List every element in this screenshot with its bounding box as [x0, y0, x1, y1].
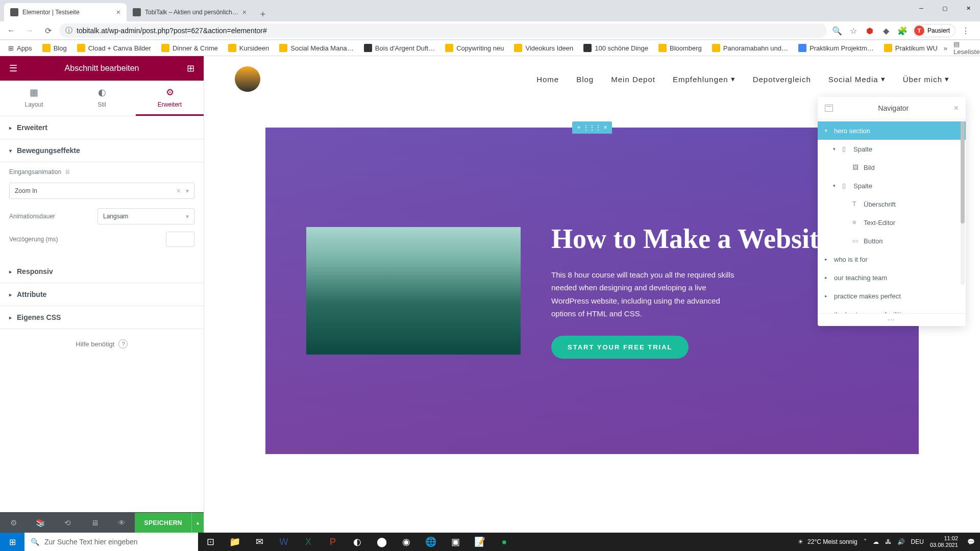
tree-item-section[interactable]: ▸the best campus facilities — [818, 305, 966, 313]
tree-item-section[interactable]: ▸practice makes perfect — [818, 287, 966, 305]
chrome-icon[interactable]: ◉ — [394, 533, 419, 551]
mail-icon[interactable]: ✉ — [247, 533, 272, 551]
accordion-custom-css[interactable]: ▸Eigenes CSS — [0, 306, 204, 329]
tree-item-button[interactable]: ▭Button — [818, 232, 966, 250]
save-button[interactable]: SPEICHERN — [135, 513, 191, 533]
volume-icon[interactable]: 🔊 — [897, 538, 905, 545]
taskbar-search[interactable]: 🔍 Zur Suche Text hier eingeben — [24, 533, 198, 551]
bookmark-item[interactable]: Dinner & Crime — [157, 42, 222, 54]
bookmark-item[interactable]: Cload + Canva Bilder — [73, 42, 155, 54]
bookmark-item[interactable]: Bois d'Argent Duft… — [360, 42, 439, 54]
accordion-responsive[interactable]: ▸Responsiv — [0, 260, 204, 283]
help-link[interactable]: Hilfe benötigt ? — [0, 329, 204, 359]
nav-social[interactable]: Social Media▾ — [828, 74, 886, 84]
duration-select[interactable]: Langsam ▼ — [97, 208, 194, 224]
hamburger-icon[interactable]: ☰ — [7, 62, 19, 74]
back-button[interactable]: ← — [4, 23, 18, 38]
notifications-icon[interactable]: 💬 — [967, 538, 975, 545]
nav-blog[interactable]: Blog — [576, 74, 594, 84]
tab-advanced[interactable]: ⚙Erweitert — [136, 81, 204, 116]
apps-button[interactable]: ⊞Apps — [4, 42, 36, 54]
hero-image[interactable] — [306, 227, 521, 355]
app-icon[interactable]: ◐ — [345, 533, 370, 551]
bookmark-star-icon[interactable]: ☆ — [847, 24, 860, 37]
save-options-button[interactable]: ▲ — [191, 513, 204, 533]
site-logo[interactable] — [235, 66, 260, 92]
browser-tab-inactive[interactable]: TobiTalk – Aktien und persönlich… × — [127, 3, 253, 21]
browser-tab-active[interactable]: Elementor | Testseite × — [4, 3, 127, 21]
delay-input[interactable] — [166, 232, 194, 247]
new-tab-button[interactable]: + — [256, 7, 270, 21]
cta-button[interactable]: START YOUR FREE TRIAL — [551, 336, 689, 359]
bookmark-item[interactable]: Social Media Mana… — [275, 42, 358, 54]
tab-layout[interactable]: ▦Layout — [0, 81, 68, 116]
responsive-button[interactable]: 🖥 — [81, 518, 108, 527]
tree-item-column[interactable]: ▾▯Spalte — [818, 177, 966, 195]
bookmark-item[interactable]: Kursideen — [224, 42, 274, 54]
spotify-icon[interactable]: ● — [492, 533, 517, 551]
hero-body[interactable]: This 8 hour course will teach you all th… — [551, 268, 735, 320]
nav-depotvergleich[interactable]: Depotvergleich — [753, 74, 811, 84]
bookmark-item[interactable]: Bloomberg — [654, 42, 706, 54]
scrollbar[interactable] — [961, 121, 965, 285]
edit-section-icon[interactable]: ⋮⋮⋮ — [585, 124, 599, 131]
navigator-button[interactable]: 📚 — [27, 518, 54, 528]
start-button[interactable]: ⊞ — [0, 533, 24, 551]
close-icon[interactable]: × — [116, 8, 120, 16]
nav-about[interactable]: Über mich▾ — [903, 74, 949, 84]
extension-icon[interactable]: ◆ — [880, 24, 892, 37]
tree-item-text[interactable]: ≡Text-Editor — [818, 213, 966, 232]
settings-button[interactable]: ⚙ — [0, 518, 27, 528]
navigator-header[interactable]: Navigator × — [818, 97, 966, 119]
accordion-motion[interactable]: ▾Bewegungseffekte — [0, 139, 204, 162]
onedrive-icon[interactable]: ☁ — [873, 538, 879, 545]
obs-icon[interactable]: ⬤ — [370, 533, 394, 551]
tree-item-heading[interactable]: TÜberschrift — [818, 195, 966, 213]
minimize-icon[interactable]: ─ — [910, 0, 933, 16]
bookmark-item[interactable]: Copywriting neu — [441, 42, 508, 54]
minimize-icon[interactable] — [825, 105, 833, 112]
maximize-icon[interactable]: ▢ — [933, 0, 957, 16]
task-view-icon[interactable]: ⊡ — [198, 533, 223, 551]
clock[interactable]: 11:02 03.08.2021 — [930, 535, 961, 548]
tree-item-hero[interactable]: ▾hero section — [818, 121, 966, 140]
site-info-icon[interactable]: ⓘ — [65, 26, 72, 35]
bookmark-item[interactable]: Praktikum Projektm… — [794, 42, 878, 54]
nav-depot[interactable]: Mein Depot — [611, 74, 655, 84]
history-button[interactable]: ⟲ — [54, 518, 81, 528]
widgets-grid-icon[interactable]: ⊞ — [184, 62, 197, 74]
close-window-icon[interactable]: ✕ — [957, 0, 980, 16]
tree-item-column[interactable]: ▾▯Spalte — [818, 140, 966, 158]
tab-style[interactable]: ◐Stil — [68, 81, 136, 116]
clear-icon[interactable]: × — [177, 187, 181, 195]
bookmark-item[interactable]: Videokurs Ideen — [510, 42, 577, 54]
preview-button[interactable]: 👁 — [108, 518, 135, 527]
weather-widget[interactable]: ☀ 22°C Meist sonnig — [798, 538, 857, 545]
notepad-icon[interactable]: 📝 — [468, 533, 492, 551]
url-input[interactable]: ⓘ tobitalk.at/wp-admin/post.php?post=627… — [59, 23, 827, 38]
network-icon[interactable]: 🖧 — [885, 538, 891, 545]
menu-icon[interactable]: ⋮ — [960, 24, 972, 37]
bookmark-item[interactable]: Praktikum WU — [880, 42, 942, 54]
explorer-icon[interactable]: 📁 — [223, 533, 247, 551]
profile-button[interactable]: T Pausiert — [913, 24, 955, 37]
tree-item-section[interactable]: ▸our teaching team — [818, 268, 966, 287]
desktop-icon[interactable]: 🖥 — [64, 168, 70, 176]
edge-icon[interactable]: 🌐 — [419, 533, 443, 551]
close-icon[interactable]: × — [242, 8, 247, 16]
entrance-animation-select[interactable]: Zoom In × ▼ — [9, 183, 194, 199]
accordion-advanced[interactable]: ▸Erweitert — [0, 116, 204, 139]
reload-button[interactable]: ⟳ — [41, 23, 55, 38]
zoom-icon[interactable]: 🔍 — [831, 24, 843, 37]
forward-button[interactable]: → — [22, 23, 37, 38]
navigator-panel[interactable]: Navigator × ▾hero section ▾▯Spalte 🖼Bild… — [818, 97, 966, 326]
tray-overflow-icon[interactable]: ˄ — [864, 538, 867, 545]
tree-item-image[interactable]: 🖼Bild — [818, 158, 966, 177]
resize-handle[interactable]: ⋯ — [818, 313, 966, 326]
accordion-attributes[interactable]: ▸Attribute — [0, 283, 204, 306]
close-icon[interactable]: × — [954, 104, 959, 113]
word-icon[interactable]: W — [272, 533, 296, 551]
overflow-icon[interactable]: » — [944, 44, 947, 52]
extensions-menu-icon[interactable]: 🧩 — [896, 24, 909, 37]
reading-list-button[interactable]: ▤ Leseliste — [953, 40, 979, 56]
